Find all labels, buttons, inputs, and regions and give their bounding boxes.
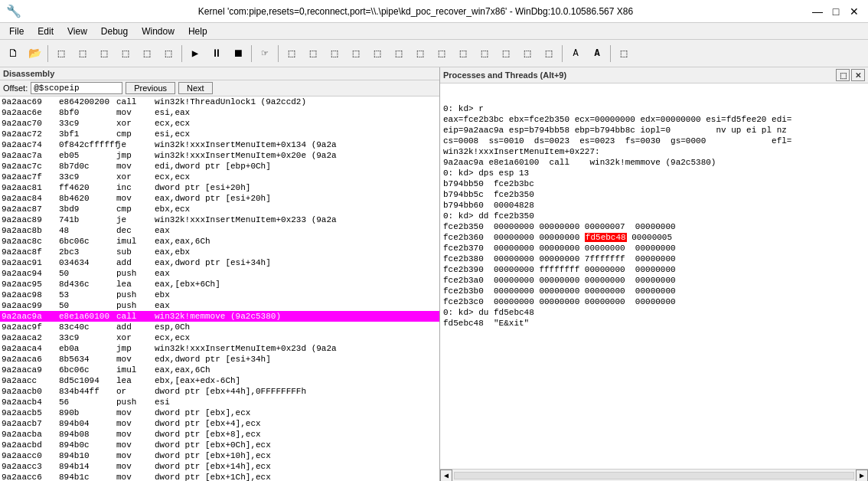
menu-window[interactable]: Window	[135, 25, 181, 38]
table-row[interactable]: 9a2aacc6 894b1c mov dword ptr [ebx+1Ch],…	[0, 472, 439, 481]
table-row[interactable]: 9a2aacb7 894b04 mov dword ptr [ebx+4],ec…	[0, 418, 439, 429]
disasm-operands: dword ptr [ebx+10h],ecx	[155, 450, 438, 461]
table-row[interactable]: 9a2aac72 3bf1 cmp esi,ecx	[0, 129, 439, 139]
table-row[interactable]: 9a2aac91 034634 add eax,dword ptr [esi+3…	[0, 257, 439, 268]
disasm-addr: 9a2aac9f	[2, 322, 59, 332]
menu-view[interactable]: View	[61, 25, 93, 38]
tb-btn16[interactable]: ⬚	[389, 44, 409, 64]
disasm-content[interactable]: 9a2aac69 e864200200 call win32k!ThreadUn…	[0, 97, 439, 481]
disasm-addr: 9a2aacc	[2, 375, 59, 386]
minimize-button[interactable]: —	[810, 4, 825, 19]
table-row[interactable]: 9a2aacb4 56 push esi	[0, 397, 439, 407]
table-row[interactable]: 9a2aac7c 8b7d0c mov edi,dword ptr [ebp+0…	[0, 161, 439, 172]
table-row[interactable]: 9a2aacc3 894b14 mov dword ptr [ebx+14h],…	[0, 461, 439, 472]
disasm-addr: 9a2aacc3	[2, 461, 59, 472]
tb-btn18[interactable]: ⬚	[432, 44, 452, 64]
tb-btn21[interactable]: ⬚	[496, 44, 516, 64]
table-row[interactable]: 9a2aaca4 eb0a jmp win32k!xxxInsertMenuIt…	[0, 343, 439, 354]
table-row[interactable]: 9a2aaca9 6bc06c imul eax,eax,6Ch	[0, 365, 439, 375]
table-row[interactable]: 9a2aac6e 8bf0 mov esi,eax	[0, 107, 439, 118]
tb-btn23[interactable]: ⬚	[539, 44, 559, 64]
table-row[interactable]: 9a2aac8f 2bc3 sub eax,ebx	[0, 247, 439, 257]
table-row[interactable]: 9a2aac9a e8e1a60100 call win32k!memmove …	[0, 311, 439, 322]
scroll-track[interactable]	[454, 472, 854, 479]
menu-help[interactable]: Help	[182, 25, 214, 38]
table-row[interactable]: 9a2aac7f 33c9 xor ecx,ecx	[0, 172, 439, 182]
tb-btn3[interactable]: ⬚	[73, 44, 93, 64]
menu-edit[interactable]: Edit	[31, 25, 60, 38]
next-button[interactable]: Next	[178, 82, 213, 94]
table-row[interactable]: 9a2aacc 8d5c1094 lea ebx,[eax+edx-6Ch]	[0, 375, 439, 386]
tb-btn19[interactable]: ⬚	[453, 44, 473, 64]
table-row[interactable]: 9a2aacc0 894b10 mov dword ptr [ebx+10h],…	[0, 450, 439, 461]
disasm-bytes: 8b7d0c	[59, 161, 116, 172]
tb-btn2[interactable]: ⬚	[51, 44, 71, 64]
table-row[interactable]: 9a2aac7a eb05 jmp win32k!xxxInsertMenuIt…	[0, 150, 439, 161]
table-row[interactable]: 9a2aaca6 8b5634 mov edx,dword ptr [esi+3…	[0, 354, 439, 365]
tb-btn9[interactable]: ⏸	[207, 44, 227, 64]
menu-file[interactable]: File	[3, 25, 30, 38]
tb-extra[interactable]: ⬚	[614, 44, 634, 64]
title-controls[interactable]: — □ ✕	[810, 4, 862, 19]
horizontal-scrollbar[interactable]: ◀ ▶	[440, 469, 868, 481]
list-item: fce2b380 00000000 00000000 7fffffff 0000…	[443, 254, 865, 264]
table-row[interactable]: 9a2aac99 50 push eax	[0, 300, 439, 311]
table-row[interactable]: 9a2aacb5 890b mov dword ptr [ebx],ecx	[0, 407, 439, 418]
scroll-left-button[interactable]: ◀	[440, 470, 452, 482]
disasm-instr: call	[116, 311, 155, 322]
maximize-button[interactable]: □	[828, 4, 844, 19]
cmd-output[interactable]: 0: kd> reax=fce2b3bc ebx=fce2b350 ecx=00…	[440, 83, 868, 469]
disasm-addr: 9a2aac8c	[2, 236, 59, 247]
table-row[interactable]: 9a2aac94 50 push eax	[0, 268, 439, 279]
table-row[interactable]: 9a2aac8b 48 dec eax	[0, 225, 439, 236]
tb-btn15[interactable]: ⬚	[367, 44, 387, 64]
table-row[interactable]: 9a2aacb0 834b44ff or dword ptr [ebx+44h]…	[0, 386, 439, 397]
scroll-right-button[interactable]: ▶	[856, 470, 868, 482]
tb-btn6[interactable]: ⬚	[137, 44, 157, 64]
disasm-instr: jmp	[116, 150, 155, 161]
tb-btn22[interactable]: ⬚	[517, 44, 537, 64]
table-row[interactable]: 9a2aaca2 33c9 xor ecx,ecx	[0, 332, 439, 343]
disasm-operands: edi,dword ptr [ebp+0Ch]	[155, 161, 438, 172]
tb-btn13[interactable]: ⬚	[325, 44, 344, 64]
panel-header-buttons[interactable]: ⬚ ✕	[836, 69, 865, 81]
menu-debug[interactable]: Debug	[95, 25, 134, 38]
tb-btn17[interactable]: ⬚	[410, 44, 430, 64]
tb-hand[interactable]: ☞	[255, 44, 275, 64]
list-item: 0: kd> dd fce2b350	[443, 211, 865, 221]
tb-btn8[interactable]: ▶	[185, 44, 205, 64]
panel-close-button[interactable]: ✕	[851, 69, 865, 81]
title-text: Kernel 'com:pipe,resets=0,reconnect,port…	[198, 6, 633, 17]
tb-sep4	[278, 45, 279, 62]
table-row[interactable]: 9a2aac9f 83c40c add esp,0Ch	[0, 322, 439, 332]
tb-btn5[interactable]: ⬚	[116, 44, 135, 64]
table-row[interactable]: 9a2aac84 8b4620 mov eax,dword ptr [esi+2…	[0, 193, 439, 204]
table-row[interactable]: 9a2aac70 33c9 xor ecx,ecx	[0, 118, 439, 129]
table-row[interactable]: 9a2aacba 894b08 mov dword ptr [ebx+8],ec…	[0, 429, 439, 440]
tb-new[interactable]: 🗋	[3, 44, 23, 64]
close-button[interactable]: ✕	[847, 4, 862, 19]
panel-restore-button[interactable]: ⬚	[836, 69, 850, 81]
tb-open[interactable]: 📂	[24, 44, 44, 64]
tb-btn4[interactable]: ⬚	[94, 44, 114, 64]
tb-btn11[interactable]: ⬚	[282, 44, 302, 64]
table-row[interactable]: 9a2aac87 3bd9 cmp ebx,ecx	[0, 204, 439, 214]
table-row[interactable]: 9a2aac8c 6bc06c imul eax,eax,6Ch	[0, 236, 439, 247]
tb-font2[interactable]: A	[587, 44, 607, 64]
tb-btn12[interactable]: ⬚	[303, 44, 323, 64]
tb-btn7[interactable]: ⬚	[158, 44, 178, 64]
table-row[interactable]: 9a2aac81 ff4620 inc dword ptr [esi+20h]	[0, 182, 439, 193]
table-row[interactable]: 9a2aac69 e864200200 call win32k!ThreadUn…	[0, 97, 439, 107]
disasm-operands: win32k!xxxInsertMenuItem+0x233 (9a2a	[155, 214, 438, 225]
table-row[interactable]: 9a2aacbd 894b0c mov dword ptr [ebx+0Ch],…	[0, 440, 439, 450]
table-row[interactable]: 9a2aac95 8d436c lea eax,[ebx+6Ch]	[0, 279, 439, 290]
tb-font[interactable]: A	[566, 44, 586, 64]
offset-input[interactable]	[31, 82, 122, 94]
tb-btn14[interactable]: ⬚	[346, 44, 366, 64]
tb-btn20[interactable]: ⬚	[475, 44, 494, 64]
table-row[interactable]: 9a2aac74 0f842cffffff je win32k!xxxInser…	[0, 139, 439, 150]
tb-btn10[interactable]: ⏹	[228, 44, 248, 64]
table-row[interactable]: 9a2aac98 53 push ebx	[0, 290, 439, 300]
table-row[interactable]: 9a2aac89 741b je win32k!xxxInsertMenuIte…	[0, 214, 439, 225]
previous-button[interactable]: Previous	[126, 82, 175, 94]
